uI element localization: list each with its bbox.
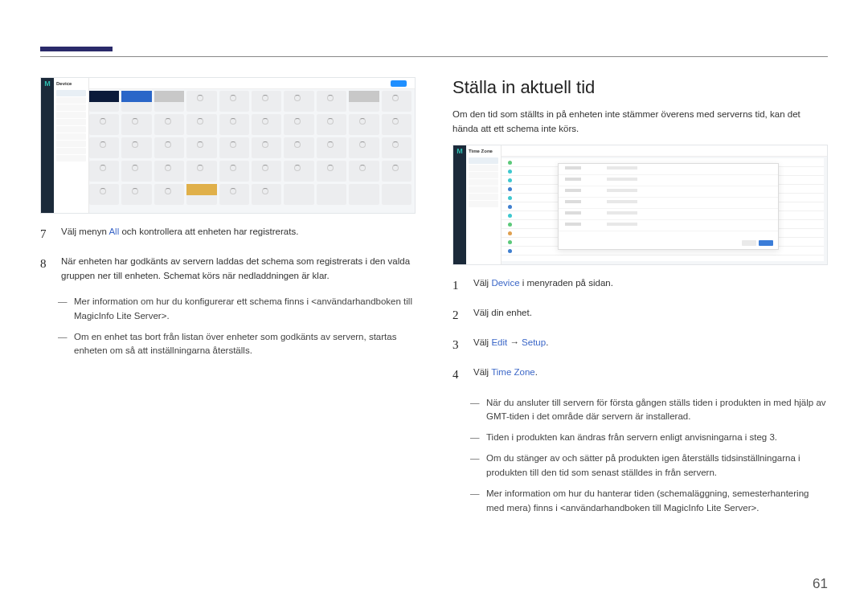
link-all: All xyxy=(108,227,119,236)
text: . xyxy=(535,367,538,377)
step-8: 8 När enheten har godkänts av servern la… xyxy=(40,255,416,284)
step-body: Välj Time Zone. xyxy=(473,366,828,384)
right-column: Ställa in aktuell tid Om den tid som stä… xyxy=(452,77,828,521)
status-dot-icon xyxy=(508,170,512,174)
dash-icon: ― xyxy=(470,396,480,425)
ss-view-toggle xyxy=(391,80,407,87)
step-7: 7 Välj menyn All och kontrollera att enh… xyxy=(40,225,416,243)
left-step-list: 7 Välj menyn All och kontrollera att enh… xyxy=(40,225,416,284)
link-device: Device xyxy=(491,278,519,288)
text: . xyxy=(546,337,548,347)
step-body: När enheten har godkänts av servern ladd… xyxy=(61,255,416,284)
status-dot-icon xyxy=(508,240,512,244)
right-notes: ― När du ansluter till servern för först… xyxy=(452,396,828,516)
note-text: När du ansluter till servern för första … xyxy=(486,396,828,425)
ss-tree-item xyxy=(469,179,498,186)
step-number: 7 xyxy=(40,225,51,243)
status-dot-icon xyxy=(508,187,512,191)
text: och kontrollera att enheten har registre… xyxy=(119,227,298,236)
ss-toolbar xyxy=(502,145,827,157)
ss-panel-title: Device xyxy=(54,78,88,89)
note-item: ― Mer information om hur du konfigurerar… xyxy=(40,295,416,324)
dash-icon: ― xyxy=(58,330,68,359)
arrow-icon: → xyxy=(507,337,522,347)
right-step-list: 1 Välj Device i menyraden på sidan. 2 Vä… xyxy=(452,276,828,385)
step-1: 1 Välj Device i menyraden på sidan. xyxy=(452,276,828,295)
ss-left-panel: Device xyxy=(54,78,89,213)
header-rule xyxy=(40,56,828,57)
ss-tree-item xyxy=(469,201,498,207)
ss-tree-item xyxy=(56,148,86,154)
link-time-zone: Time Zone xyxy=(491,367,535,377)
status-dot-icon xyxy=(508,223,512,227)
note-item: ― Mer information om hur du hanterar tid… xyxy=(452,487,828,516)
step-2: 2 Välj din enhet. xyxy=(452,306,828,325)
ss-tree-item xyxy=(56,90,86,96)
step-4: 4 Välj Time Zone. xyxy=(452,366,828,384)
note-item: ― Om en enhet tas bort från listan över … xyxy=(40,330,416,359)
text: Välj xyxy=(473,337,491,347)
ss-device-grid xyxy=(89,91,411,205)
ss-tree-item xyxy=(56,133,86,140)
ss-tree-item xyxy=(469,186,498,193)
link-setup: Setup xyxy=(522,337,546,347)
ss-tree-item xyxy=(56,141,86,147)
text: Välj xyxy=(473,367,491,377)
dash-icon: ― xyxy=(470,487,480,516)
page-number: 61 xyxy=(813,576,828,592)
step-number: 8 xyxy=(40,255,51,284)
note-text: Om en enhet tas bort från listan över en… xyxy=(74,330,416,359)
status-dot-icon xyxy=(508,214,512,218)
screenshot-device-grid: M Device xyxy=(40,77,416,214)
logo-m: M xyxy=(41,78,54,88)
status-dot-icon xyxy=(508,249,512,253)
note-item: ― När du ansluter till servern för först… xyxy=(452,396,828,425)
ss-tree-item xyxy=(56,104,86,111)
two-column-layout: M Device xyxy=(40,77,828,521)
header-accent-bar xyxy=(40,47,113,51)
section-heading: Ställa in aktuell tid xyxy=(452,77,828,98)
ss-tree-item xyxy=(469,172,498,178)
note-text: Mer information om hur du hanterar tiden… xyxy=(486,487,828,516)
step-number: 4 xyxy=(452,366,464,384)
step-number: 2 xyxy=(452,306,464,325)
note-item: ― Tiden i produkten kan ändras från serv… xyxy=(452,431,828,445)
dash-icon: ― xyxy=(58,295,68,324)
status-dot-icon xyxy=(508,231,512,235)
dash-icon: ― xyxy=(470,452,480,480)
note-text: Mer information om hur du konfigurerar e… xyxy=(74,295,416,324)
ss-modal-buttons xyxy=(742,240,773,246)
screenshot-time-zone-modal: M Time Zone xyxy=(452,145,828,265)
text: Välj menyn xyxy=(61,227,108,236)
ss-tree-item xyxy=(56,155,86,161)
step-body: Välj din enhet. xyxy=(473,306,828,325)
left-notes: ― Mer information om hur du konfigurerar… xyxy=(40,295,416,358)
status-dot-icon xyxy=(508,196,512,200)
text: Välj xyxy=(473,278,491,288)
note-text: Tiden i produkten kan ändras från server… xyxy=(486,431,828,445)
status-dot-icon xyxy=(508,205,512,209)
ss-tree-item xyxy=(56,112,86,118)
ss-setup-modal xyxy=(558,163,779,250)
status-dot-icon xyxy=(508,178,512,182)
text: i menyraden på sidan. xyxy=(520,278,613,288)
section-intro: Om den tid som ställts in på enheten int… xyxy=(452,108,828,137)
ss-tree-item xyxy=(469,157,498,164)
ss-tree-item xyxy=(56,97,86,104)
step-number: 3 xyxy=(452,336,464,354)
ss-tree-item xyxy=(56,119,86,125)
note-item: ― Om du stänger av och sätter på produkt… xyxy=(452,452,828,480)
dash-icon: ― xyxy=(470,431,480,445)
ss-tree-item xyxy=(469,194,498,200)
ss-nav-rail: M xyxy=(453,145,466,264)
ss-tree-item xyxy=(469,165,498,171)
ss-nav-rail: M xyxy=(41,78,54,213)
link-edit: Edit xyxy=(491,337,507,347)
status-dot-icon xyxy=(508,161,512,165)
ss-left-panel: Time Zone xyxy=(466,145,502,264)
ss-tree-item xyxy=(56,126,86,133)
ss-panel-title: Time Zone xyxy=(466,145,501,157)
step-body: Välj Device i menyraden på sidan. xyxy=(473,276,828,295)
note-text: Om du stänger av och sätter på produkten… xyxy=(486,452,828,480)
step-number: 1 xyxy=(452,276,464,295)
